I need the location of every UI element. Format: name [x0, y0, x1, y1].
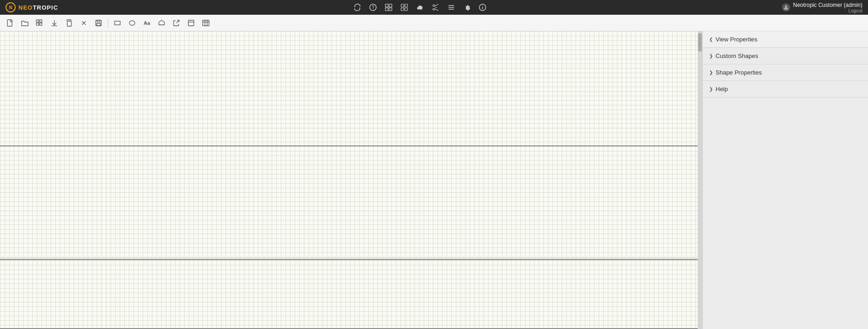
- list-icon[interactable]: [448, 4, 455, 11]
- view-properties-header[interactable]: ❮ View Properties: [703, 31, 868, 48]
- open-button[interactable]: [18, 17, 31, 29]
- shape-properties-header[interactable]: ❯ Shape Properties: [703, 64, 868, 81]
- svg-rect-2: [385, 4, 388, 7]
- svg-rect-5: [389, 8, 392, 11]
- modules-icon[interactable]: [401, 4, 408, 11]
- right-panel: ❮ View Properties ❯ Custom Shapes ❯ Shap…: [702, 31, 868, 329]
- svg-rect-4: [385, 8, 388, 11]
- svg-rect-7: [405, 4, 408, 7]
- scroll-thumb[interactable]: [698, 33, 702, 52]
- svg-line-14: [435, 7, 437, 8]
- page-divider-2: [0, 259, 698, 260]
- top-nav: N NEOTROPIC ?: [0, 0, 868, 15]
- rectangle-button[interactable]: [111, 17, 124, 29]
- svg-point-11: [433, 8, 435, 10]
- scissors-icon[interactable]: [432, 4, 439, 11]
- help-circle-icon[interactable]: ?: [369, 4, 377, 11]
- custom-shapes-header[interactable]: ❯ Custom Shapes: [703, 48, 868, 64]
- save-button[interactable]: [92, 17, 105, 29]
- delete-button[interactable]: [77, 17, 90, 29]
- shape-properties-label: Shape Properties: [716, 69, 762, 76]
- sync-icon[interactable]: [354, 4, 361, 11]
- svg-rect-22: [7, 20, 12, 26]
- user-info: Neotropic Customer (admin) Logout: [793, 2, 862, 13]
- svg-rect-28: [67, 21, 71, 26]
- apps-button[interactable]: [33, 17, 46, 29]
- grid-canvas-3: [0, 260, 698, 329]
- text-button[interactable]: Aa: [140, 17, 153, 29]
- svg-rect-6: [401, 4, 404, 7]
- svg-rect-32: [97, 20, 100, 22]
- canvas-area[interactable]: [0, 31, 702, 329]
- custom-shapes-label: Custom Shapes: [716, 52, 758, 59]
- canvas-scrollbar[interactable]: [698, 31, 702, 329]
- shape-properties-section: ❯ Shape Properties: [703, 64, 868, 81]
- custom-shapes-section: ❯ Custom Shapes: [703, 48, 868, 64]
- embed-button[interactable]: [185, 17, 198, 29]
- svg-rect-26: [40, 23, 42, 25]
- svg-rect-40: [203, 20, 209, 26]
- logout-link[interactable]: Logout: [848, 8, 862, 13]
- svg-text:?: ?: [372, 5, 375, 10]
- user-area: Neotropic Customer (admin) Logout: [782, 2, 862, 13]
- logo-text: NEOTROPIC: [18, 4, 58, 11]
- svg-rect-33: [97, 23, 100, 26]
- canvas-page-2: [0, 146, 698, 257]
- new-button[interactable]: [4, 17, 17, 29]
- custom-shapes-chevron: ❯: [709, 53, 713, 58]
- logo-icon: N: [6, 2, 16, 12]
- help-label: Help: [716, 86, 728, 92]
- cloud-icon[interactable]: [416, 4, 424, 11]
- main-area: ❮ View Properties ❯ Custom Shapes ❯ Shap…: [0, 31, 868, 329]
- link-button[interactable]: [170, 17, 183, 29]
- center-nav-icons: ?: [354, 4, 486, 11]
- grid-canvas-1: [0, 31, 698, 145]
- info-icon[interactable]: [479, 4, 486, 11]
- svg-line-37: [176, 20, 179, 23]
- svg-rect-24: [40, 20, 42, 22]
- svg-rect-38: [188, 20, 194, 26]
- shape-properties-chevron: ❯: [709, 70, 713, 75]
- svg-rect-23: [36, 20, 39, 22]
- canvas-page-1: [0, 31, 698, 145]
- separator-1: [108, 18, 108, 28]
- svg-point-10: [433, 5, 435, 6]
- help-header[interactable]: ❯ Help: [703, 81, 868, 97]
- toolbar: Aa: [0, 15, 868, 31]
- svg-rect-25: [36, 23, 39, 25]
- user-icon: [782, 3, 790, 12]
- help-chevron: ❯: [709, 87, 713, 92]
- help-section: ❯ Help: [703, 81, 868, 98]
- view-properties-chevron: ❮: [709, 37, 713, 42]
- svg-marker-36: [159, 20, 164, 25]
- svg-point-35: [129, 21, 135, 25]
- page-divider: [0, 145, 698, 146]
- settings-icon[interactable]: [463, 4, 471, 11]
- logo-area: N NEOTROPIC: [6, 2, 58, 12]
- svg-rect-8: [401, 8, 404, 11]
- shape-button[interactable]: [155, 17, 168, 29]
- svg-rect-3: [389, 4, 392, 7]
- table-button[interactable]: [199, 17, 212, 29]
- svg-point-21: [785, 6, 787, 8]
- view-properties-label: View Properties: [716, 36, 757, 43]
- grid-icon[interactable]: [385, 4, 392, 11]
- copy-button[interactable]: [63, 17, 76, 29]
- svg-rect-9: [405, 8, 408, 11]
- svg-point-20: [482, 6, 483, 6]
- user-name: Neotropic Customer (admin): [793, 2, 862, 8]
- canvas-page-3: [0, 260, 698, 329]
- svg-rect-34: [115, 21, 120, 25]
- ellipse-button[interactable]: [126, 17, 139, 29]
- download-button[interactable]: [48, 17, 61, 29]
- grid-canvas-2: [0, 146, 698, 257]
- svg-line-13: [435, 9, 438, 11]
- svg-line-12: [435, 4, 438, 6]
